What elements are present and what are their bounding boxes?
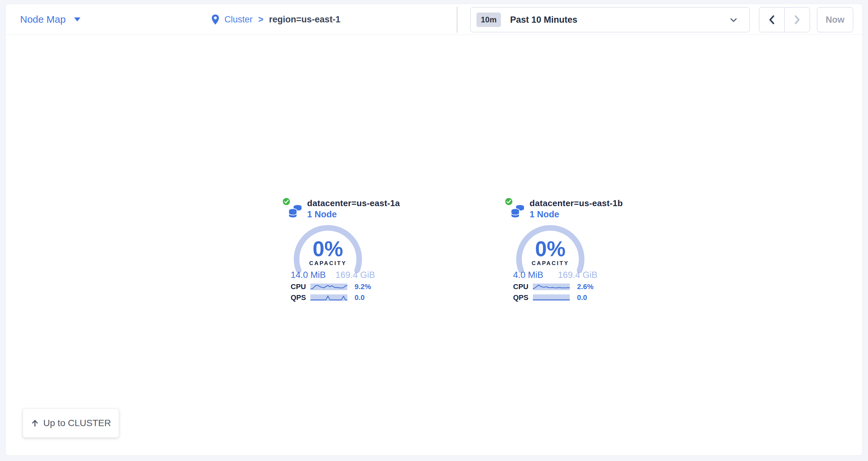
chevron-down-icon [730,18,737,22]
capacity-used: 14.0 MiB [291,270,326,280]
datacenter-node-count: 1 Node [307,209,337,220]
topbar: Node Map Cluster > region=us-east-1 10m … [6,4,862,35]
now-button[interactable]: Now [817,7,853,32]
arrow-up-icon [31,419,39,427]
datacenter-title: datacenter=us-east-1b [530,198,623,208]
healthy-check-icon [504,197,514,206]
time-range-label: Past 10 Minutes [510,15,577,25]
breadcrumb-current: region=us-east-1 [269,14,340,25]
capacity-label: CAPACITY [514,260,587,267]
location-pin-icon [211,14,219,25]
breadcrumb: Cluster > region=us-east-1 [211,4,340,35]
cpu-metric-row: CPU 9.2% [291,283,375,290]
metrics-list: CPU 2.6% QPS 0.0 [513,283,597,305]
time-step-buttons [759,7,810,32]
capacity-label: CAPACITY [292,260,364,267]
qps-metric-row: QPS 0.0 [513,294,597,301]
healthy-check-icon [282,197,291,206]
cpu-value: 9.2% [354,283,371,291]
qps-sparkline [533,294,570,301]
cpu-sparkline [310,284,347,290]
datacenter-node-count: 1 Node [530,209,559,220]
time-range-badge: 10m [476,12,501,27]
view-selector-label: Node Map [20,14,66,25]
node-map-panel: Node Map Cluster > region=us-east-1 10m … [5,4,863,456]
up-to-cluster-button[interactable]: Up to CLUSTER [23,409,119,438]
cpu-label: CPU [291,283,310,291]
qps-metric-row: QPS 0.0 [291,294,375,301]
capacity-values: 14.0 MiB 169.4 GiB [291,270,375,280]
datacenter-card-us-east-1a[interactable]: datacenter=us-east-1a 1 Node 0% CAPACITY… [279,196,378,305]
qps-label: QPS [513,293,533,302]
breadcrumb-separator: > [258,14,264,25]
capacity-total: 169.4 GiB [558,270,597,280]
caret-down-icon [74,18,81,22]
qps-value: 0.0 [577,293,587,302]
cpu-metric-row: CPU 2.6% [513,283,597,290]
qps-value: 0.0 [354,293,365,302]
chevron-left-icon [769,15,775,24]
breadcrumb-cluster-link[interactable]: Cluster [224,14,253,25]
chevron-right-icon [794,15,801,24]
time-range-select[interactable]: 10m Past 10 Minutes [470,7,750,32]
capacity-percentage: 0% [292,238,364,260]
time-step-forward-button[interactable] [785,7,810,32]
capacity-used: 4.0 MiB [513,270,544,280]
time-step-back-button[interactable] [759,7,785,32]
metrics-list: CPU 9.2% QPS 0.0 [291,283,375,305]
capacity-percentage: 0% [514,238,587,260]
cpu-label: CPU [513,283,533,291]
qps-label: QPS [291,293,310,302]
qps-sparkline [310,294,347,301]
view-selector-dropdown[interactable]: Node Map [20,4,81,35]
cpu-sparkline [533,284,570,290]
datacenter-card-us-east-1b[interactable]: datacenter=us-east-1b 1 Node 0% CAPACITY… [501,196,600,305]
capacity-values: 4.0 MiB 169.4 GiB [513,270,597,280]
cpu-value: 2.6% [577,283,593,291]
datacenter-title: datacenter=us-east-1a [307,198,400,208]
topbar-divider [457,7,457,33]
capacity-total: 169.4 GiB [336,270,375,280]
up-to-cluster-label: Up to CLUSTER [43,418,111,428]
